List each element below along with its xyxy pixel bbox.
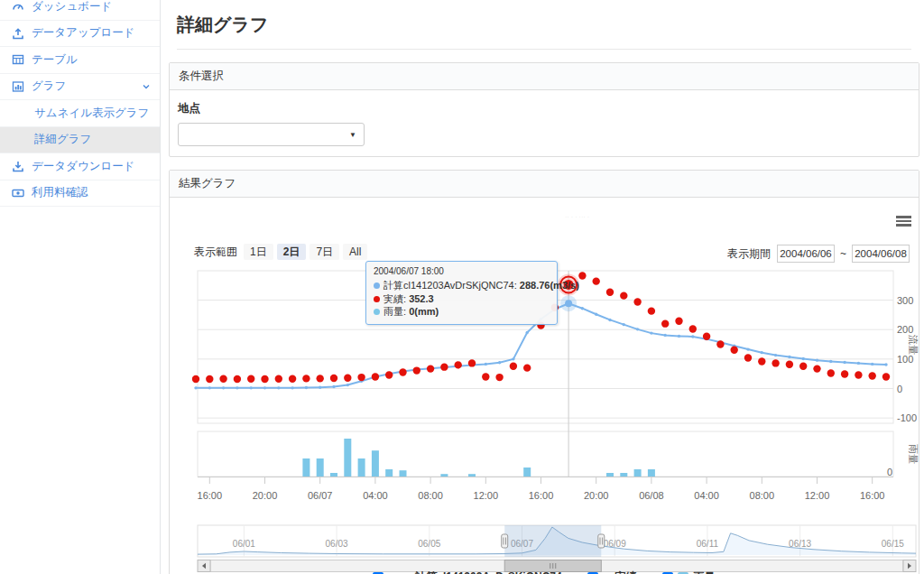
rain-bar <box>317 458 324 477</box>
sidebar-item-5[interactable]: 詳細グラフ <box>0 127 160 154</box>
navigator-date-label: 06/01 <box>233 539 255 549</box>
billing-icon <box>12 187 25 199</box>
legend-item-rain[interactable]: 雨量 <box>662 569 716 574</box>
obs-point <box>578 272 586 279</box>
tooltip-row: 実績: 352.3 <box>374 292 550 306</box>
navigator-date-label: 06/03 <box>326 539 348 549</box>
obs-point <box>234 375 241 383</box>
upload-icon <box>12 27 25 40</box>
chart-area: ·· · · ··· · 表示範囲 1日2日7日All 表示期間 ~ 30020… <box>170 198 919 574</box>
legend-item-obs[interactable]: 実績 <box>587 569 637 574</box>
navigator-selection[interactable] <box>504 525 601 557</box>
rain-bar <box>400 470 407 477</box>
sidebar-item-label: テーブル <box>32 52 78 68</box>
obs-point <box>523 364 531 371</box>
rain-bar <box>468 474 476 477</box>
obs-point <box>468 359 476 366</box>
sidebar-item-label: グラフ <box>32 79 66 94</box>
obs-point <box>689 325 697 332</box>
condition-panel: 条件選択 地点 ▼ <box>169 62 919 157</box>
navigator-handle-left[interactable] <box>502 534 508 548</box>
x-axis-tick-label: 06/07 <box>308 490 333 501</box>
legend-item-flow[interactable]: 計算cl141203AvDrSKjQNC74 <box>373 569 561 574</box>
rain-bar <box>358 458 365 477</box>
rain-axis-title: 雨量 <box>908 444 919 464</box>
rain-bar <box>330 473 337 477</box>
x-axis-tick-label: 16:00 <box>860 490 885 501</box>
obs-point <box>219 375 226 383</box>
x-axis-tick-label: 08:00 <box>418 490 443 501</box>
location-select[interactable]: ▼ <box>178 123 365 146</box>
obs-point <box>261 375 268 383</box>
app-root: ダッシュボードデータアップロードテーブルグラフサムネイル表示グラフ詳細グラフデー… <box>0 0 924 574</box>
tooltip-row: 雨量: 0(mm) <box>374 305 550 319</box>
chart-icon <box>12 80 25 93</box>
x-axis-tick-label: 12:00 <box>474 490 499 501</box>
legend-label: 計算cl141203AvDrSKjQNC74 <box>415 569 561 574</box>
rain-bar <box>648 469 655 477</box>
obs-point <box>302 375 310 382</box>
obs-point <box>620 292 627 299</box>
y-axis-tick-label: 0 <box>897 384 902 394</box>
rain-bar <box>523 468 531 477</box>
obs-point <box>289 375 296 383</box>
obs-point <box>357 374 365 381</box>
obs-point <box>731 347 738 354</box>
rain-axis-tick-label: 0 <box>887 467 892 477</box>
chevron-down-icon <box>142 82 151 91</box>
obs-point <box>869 372 876 379</box>
sidebar-item-3[interactable]: グラフ <box>0 74 160 101</box>
result-chart[interactable]: 3002001000-100流量0雨量16:0020:0006/0704:000… <box>170 198 919 574</box>
obs-point <box>882 373 890 380</box>
obs-point <box>786 361 793 368</box>
obs-point <box>744 354 752 361</box>
navigator-handle-right[interactable] <box>598 534 605 548</box>
sidebar: ダッシュボードデータアップロードテーブルグラフサムネイル表示グラフ詳細グラフデー… <box>0 0 161 574</box>
chart-tooltip: 2004/06/07 18:00 計算cl141203AvDrSKjQNC74:… <box>365 261 558 325</box>
sidebar-item-label: データアップロード <box>32 25 135 41</box>
obs-point <box>593 277 600 284</box>
sidebar-item-label: サムネイル表示グラフ <box>34 106 149 121</box>
rain-bar <box>634 469 642 477</box>
sidebar-item-6[interactable]: データダウンロード <box>0 153 160 181</box>
tooltip-header: 2004/06/07 18:00 <box>374 266 550 276</box>
obs-point <box>661 319 669 327</box>
obs-point <box>455 361 462 368</box>
download-icon <box>12 160 25 172</box>
y-axis-tick-label: -100 <box>897 412 917 423</box>
sidebar-item-4[interactable]: サムネイル表示グラフ <box>0 100 160 127</box>
dashboard-icon <box>12 0 25 13</box>
sidebar-list: ダッシュボードデータアップロードテーブルグラフサムネイル表示グラフ詳細グラフデー… <box>0 0 160 207</box>
navigator-date-label: 06/05 <box>418 539 440 549</box>
obs-point <box>206 375 213 383</box>
series-color-dot <box>374 296 380 302</box>
sidebar-item-0[interactable]: ダッシュボード <box>0 0 160 21</box>
x-axis-tick-label: 04:00 <box>694 490 719 501</box>
x-axis-tick-label: 20:00 <box>584 490 609 501</box>
main-content: 詳細グラフ 条件選択 地点 ▼ 結果グラフ ·· · · ··· · 表示範囲 <box>161 0 924 574</box>
obs-point <box>344 375 351 382</box>
sidebar-item-label: データダウンロード <box>32 159 135 174</box>
obs-point <box>716 340 724 347</box>
navigator-date-label: 06/11 <box>697 539 719 549</box>
select-caret-icon: ▼ <box>349 131 356 139</box>
result-panel-title: 結果グラフ <box>170 171 919 198</box>
rain-bar <box>440 474 448 477</box>
obs-point <box>633 298 641 305</box>
obs-point <box>495 374 503 381</box>
obs-point <box>703 333 710 340</box>
x-axis-tick-label: 08:00 <box>750 490 775 501</box>
sidebar-item-1[interactable]: データアップロード <box>0 21 160 48</box>
obs-point <box>427 365 434 372</box>
sidebar-item-2[interactable]: テーブル <box>0 47 160 74</box>
obs-point <box>192 375 199 383</box>
sidebar-item-7[interactable]: 利用料確認 <box>0 181 160 208</box>
obs-point <box>855 371 862 378</box>
obs-point <box>841 370 848 377</box>
obs-point <box>827 369 835 376</box>
obs-point <box>399 368 406 375</box>
x-axis-tick-label: 16:00 <box>529 490 554 501</box>
result-panel: 結果グラフ ·· · · ··· · 表示範囲 1日2日7日All 表示期間 ~… <box>169 170 919 574</box>
legend-label: 実績 <box>615 569 637 574</box>
rain-bar <box>620 473 627 477</box>
